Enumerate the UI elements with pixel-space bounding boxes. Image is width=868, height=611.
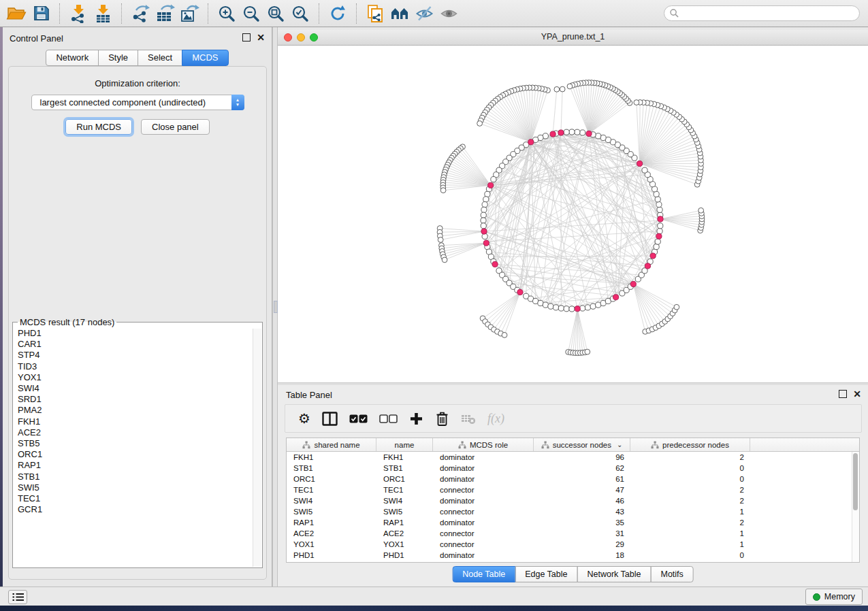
network-edge[interactable] [501, 292, 520, 333]
table-cell[interactable]: 18 [534, 550, 630, 561]
network-node[interactable] [558, 306, 564, 311]
network-edge[interactable] [489, 108, 531, 142]
mcds-list-scrollbar[interactable] [253, 329, 261, 567]
table-cell[interactable]: 1 [630, 506, 750, 517]
network-mcds-node[interactable] [645, 263, 650, 269]
network-edge[interactable] [551, 135, 658, 199]
network-node[interactable] [567, 84, 573, 89]
memory-button[interactable]: Memory [805, 589, 863, 605]
network-node[interactable] [580, 306, 585, 311]
network-edge[interactable] [520, 136, 545, 293]
network-node[interactable] [481, 223, 486, 229]
table-cell[interactable]: ORC1 [287, 474, 376, 484]
mcds-result-item[interactable]: PMA2 [18, 405, 262, 416]
tab-network-table[interactable]: Network Table [577, 566, 652, 582]
network-canvas[interactable] [278, 46, 868, 383]
tab-mcds[interactable]: MCDS [182, 50, 228, 66]
network-node[interactable] [560, 86, 565, 92]
mcds-result-item[interactable]: SWI4 [18, 383, 262, 394]
table-cell[interactable]: PHD1 [376, 550, 433, 561]
table-cell[interactable]: 43 [534, 506, 630, 517]
network-mcds-node[interactable] [481, 229, 487, 234]
network-node[interactable] [438, 237, 443, 243]
column-header-mcds-role[interactable]: MCDS role [433, 438, 534, 451]
network-edge[interactable] [568, 309, 578, 352]
table-cell[interactable]: 46 [534, 495, 630, 506]
network-node[interactable] [600, 135, 606, 140]
network-edge[interactable] [443, 243, 486, 254]
table-cell[interactable]: SWI4 [376, 495, 433, 506]
table-cell[interactable]: dominator [433, 463, 534, 474]
network-mcds-node[interactable] [613, 295, 619, 300]
network-node[interactable] [698, 208, 704, 213]
table-row[interactable]: STB1STB1dominator620 [287, 463, 859, 474]
table-cell[interactable]: 2 [630, 452, 750, 463]
table-cell[interactable]: 1 [630, 528, 750, 539]
search-input[interactable] [679, 9, 859, 18]
table-cell[interactable]: RAP1 [376, 517, 433, 528]
table-row[interactable]: ORC1ORC1dominator610 [287, 474, 859, 484]
float-table-panel-icon[interactable] [839, 390, 847, 398]
first-neighbors-button[interactable] [387, 3, 412, 24]
network-edge[interactable] [640, 139, 696, 163]
network-edge[interactable] [491, 185, 639, 279]
mcds-result-item[interactable]: STB1 [18, 472, 262, 482]
network-node[interactable] [477, 121, 483, 127]
table-cell[interactable]: 35 [534, 517, 630, 528]
mcds-result-item[interactable]: FKH1 [18, 416, 262, 427]
add-column-button[interactable] [409, 412, 423, 426]
zoom-selected-button[interactable] [288, 3, 312, 24]
table-cell[interactable]: SWI4 [287, 495, 376, 506]
table-cell[interactable]: STB1 [287, 463, 376, 474]
network-node[interactable] [553, 305, 558, 310]
network-node[interactable] [442, 257, 447, 263]
window-minimize-icon[interactable] [297, 33, 305, 42]
network-mcds-node[interactable] [483, 240, 489, 246]
network-edge[interactable] [640, 119, 682, 163]
network-node[interactable] [491, 176, 496, 182]
network-edge[interactable] [660, 213, 701, 218]
table-cell[interactable]: 1 [630, 539, 750, 550]
table-cell[interactable]: ACE2 [287, 528, 376, 539]
tab-select[interactable]: Select [138, 50, 182, 66]
table-cell[interactable]: 61 [534, 474, 630, 484]
network-mcds-node[interactable] [492, 261, 498, 267]
table-cell[interactable]: 2 [630, 517, 750, 528]
mcds-result-item[interactable]: PHD1 [18, 328, 262, 339]
table-cell[interactable]: 0 [630, 550, 750, 561]
network-edge[interactable] [502, 166, 648, 266]
window-zoom-icon[interactable] [310, 33, 318, 42]
table-cell[interactable]: TEC1 [376, 484, 433, 495]
zoom-fit-button[interactable] [263, 3, 288, 24]
network-edge[interactable] [448, 165, 491, 185]
network-node[interactable] [548, 303, 553, 309]
mcds-result-list[interactable]: PHD1CAR1STP4TID3YOX1SWI4SRD1PMA2FKH1ACE2… [13, 327, 262, 515]
network-edge[interactable] [640, 163, 701, 171]
network-node[interactable] [502, 332, 507, 337]
network-edge[interactable] [493, 103, 530, 142]
deselect-all-button[interactable] [379, 414, 398, 423]
network-node[interactable] [538, 300, 543, 306]
network-edge[interactable] [633, 284, 668, 319]
network-mcds-node[interactable] [637, 161, 642, 166]
network-mcds-node[interactable] [586, 131, 592, 136]
table-cell[interactable]: connector [433, 506, 534, 517]
tab-node-table[interactable]: Node Table [452, 566, 515, 582]
network-node[interactable] [481, 218, 486, 223]
tab-style[interactable]: Style [98, 50, 138, 66]
table-cell[interactable]: 29 [534, 539, 630, 550]
table-cell[interactable]: YOX1 [376, 539, 433, 550]
table-cell[interactable]: 0 [630, 463, 750, 474]
network-edge[interactable] [573, 309, 578, 353]
table-cell[interactable]: PHD1 [287, 550, 376, 561]
network-edge[interactable] [455, 154, 491, 185]
table-cell[interactable]: connector [433, 528, 534, 539]
table-cell[interactable]: dominator [433, 517, 534, 528]
network-edge[interactable] [561, 89, 562, 133]
mcds-result-item[interactable]: CAR1 [18, 339, 262, 350]
network-edge[interactable] [440, 229, 484, 232]
table-cell[interactable]: connector [433, 484, 534, 495]
network-mcds-node[interactable] [575, 306, 580, 312]
mcds-result-item[interactable]: TID3 [18, 361, 262, 372]
network-edge[interactable] [553, 89, 557, 134]
